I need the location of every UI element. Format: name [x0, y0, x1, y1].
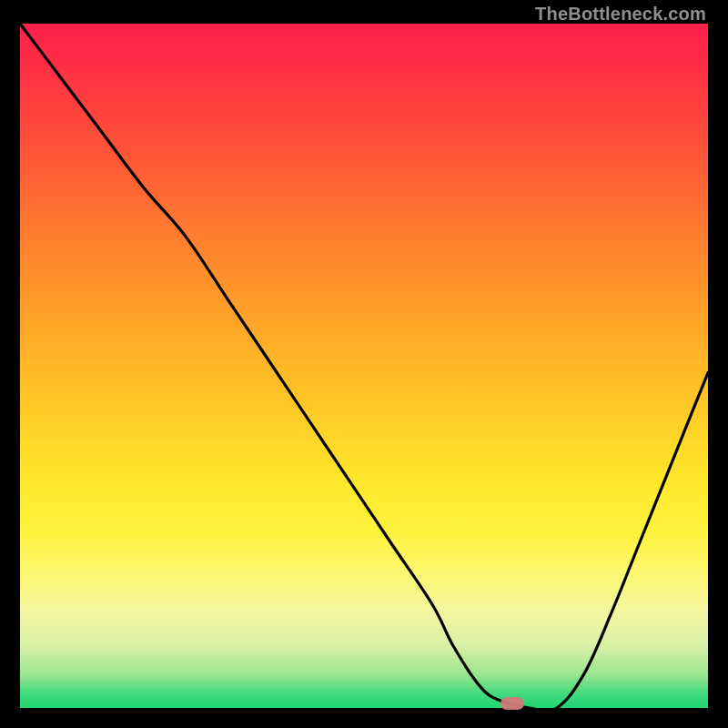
- chart-frame: TheBottleneck.com: [0, 0, 728, 728]
- bottleneck-curve: [20, 24, 708, 708]
- watermark-text: TheBottleneck.com: [535, 4, 706, 25]
- optimum-marker: [500, 697, 524, 710]
- curve-path: [20, 24, 708, 708]
